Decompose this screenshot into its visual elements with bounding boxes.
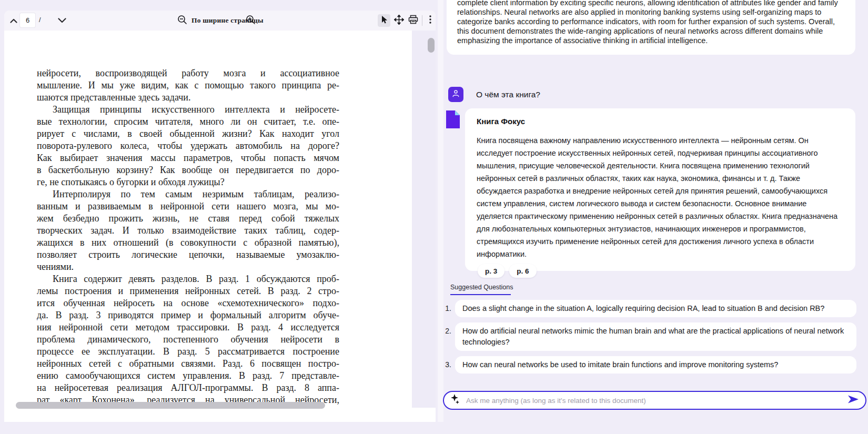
send-button[interactable] bbox=[846, 394, 860, 407]
page-ref-badge[interactable]: p. 6 bbox=[509, 264, 536, 278]
question-number: 1. bbox=[442, 300, 451, 312]
pdf-text-line: на нейросетевая реализация АЛГОЛ-програм… bbox=[37, 382, 339, 394]
avatar bbox=[448, 87, 463, 102]
kebab-menu-icon bbox=[429, 15, 431, 26]
zoom-out-button[interactable] bbox=[176, 14, 188, 27]
pdf-text-line: ится обученная нейросеть на основе «схем… bbox=[37, 297, 339, 309]
suggested-question-row: 2.How do artificial neural networks mimi… bbox=[442, 322, 856, 351]
pdf-text-line: ванным и развиваемым в нейронной сети на… bbox=[37, 200, 339, 213]
chevron-up-icon bbox=[10, 16, 17, 25]
pdf-page: нейросети, воспроизводящей работу мозга … bbox=[4, 31, 412, 408]
pdf-text-line: Как выбирает значения массы параметров, … bbox=[37, 152, 339, 164]
cursor-icon bbox=[380, 15, 388, 26]
pdf-text-line: проблема динамического, постепенного обу… bbox=[37, 334, 339, 346]
summary-card: complete client information by exciting … bbox=[447, 0, 855, 55]
pdf-text-line: Защищая принципы искусственного интеллек… bbox=[37, 104, 339, 116]
print-icon bbox=[408, 15, 418, 26]
pdf-text-line: да. В разд. 3 приводятся пример и формал… bbox=[37, 309, 339, 321]
answer-title: Книга Фокус bbox=[477, 117, 845, 126]
pdf-text-line: лемы построения и применения нейронных с… bbox=[37, 285, 339, 297]
pdf-text-line: чениями. bbox=[37, 261, 339, 273]
horizontal-scrollbar-thumb[interactable] bbox=[16, 402, 325, 409]
chevron-down-icon bbox=[58, 16, 66, 25]
chat-input[interactable] bbox=[466, 397, 846, 405]
assistant-answer-card: Книга Фокус Книга посвящена важному напр… bbox=[465, 108, 855, 271]
suggested-questions-underline bbox=[450, 294, 511, 295]
page-select-dropdown[interactable] bbox=[56, 14, 68, 27]
user-icon bbox=[451, 89, 460, 100]
pan-icon bbox=[394, 15, 404, 27]
suggested-question[interactable]: How do artificial neural networks mimic … bbox=[455, 322, 856, 351]
pdf-text-line: Книга содержит девять разделов. В разд. … bbox=[37, 273, 339, 285]
pdf-toolbar: / По ширине страницы bbox=[4, 11, 436, 31]
select-tool-button[interactable] bbox=[378, 14, 390, 27]
user-question: О чём эта книга? bbox=[476, 90, 540, 99]
sparkle-icon bbox=[450, 393, 461, 407]
page-ref-badge[interactable]: p. 3 bbox=[478, 264, 504, 278]
zoom-in-icon bbox=[246, 15, 256, 27]
send-icon bbox=[847, 394, 860, 407]
summary-text: complete client information by exciting … bbox=[457, 0, 843, 45]
pdf-text-line: в баскетбольную корзину? Как вообще он п… bbox=[37, 164, 339, 176]
document-icon bbox=[446, 110, 460, 130]
pdf-text-line: мышление. И мы уже видим, как с помощью … bbox=[37, 79, 339, 92]
suggested-question[interactable]: Does a slight change in the situation A,… bbox=[455, 300, 856, 317]
suggested-question-row: 3.How can neural networks be used to imi… bbox=[442, 356, 856, 374]
pan-tool-button[interactable] bbox=[392, 14, 405, 27]
pdf-text-line: ге, не спотыкаясь о бугорки и обходя луж… bbox=[37, 176, 339, 188]
pdf-text-line: жащихся в них отношений (в совокупности … bbox=[37, 237, 339, 249]
suggested-question-row: 1.Does a slight change in the situation … bbox=[442, 300, 856, 317]
pdf-text-line: Интерполируя по тем самым незримым табли… bbox=[37, 188, 339, 200]
pdf-gutter bbox=[412, 31, 436, 408]
zoom-out-icon bbox=[177, 15, 187, 27]
suggested-questions-list: 1.Does a slight change in the situation … bbox=[442, 300, 856, 379]
pdf-text: нейросети, воспроизводящей работу мозга … bbox=[37, 67, 339, 406]
pdf-text-line: ния нейронной сети методом трассировки. … bbox=[37, 321, 339, 334]
toolbar-divider bbox=[422, 15, 422, 26]
zoom-in-button[interactable] bbox=[244, 14, 257, 27]
vertical-scrollbar-thumb[interactable] bbox=[428, 38, 435, 53]
more-options-button[interactable] bbox=[425, 14, 436, 27]
chat-input-bar bbox=[443, 391, 866, 410]
user-message-row: О чём эта книга? bbox=[448, 87, 540, 102]
question-number: 3. bbox=[442, 356, 451, 369]
pdf-viewer-pane: / По ширине страницы bbox=[4, 11, 436, 422]
pdf-text-line: поворота-рулевого колеса, чтобы удержать… bbox=[37, 140, 339, 152]
pdf-text-line: вые технологии, спросим читателя, много … bbox=[37, 116, 339, 128]
pdf-text-line: рирует с числами, в своей обыденной жизн… bbox=[37, 128, 339, 140]
previous-page-button[interactable] bbox=[7, 14, 20, 27]
pdf-text-line: нейросети, воспроизводящей работу мозга … bbox=[37, 67, 339, 79]
suggested-questions-label: Suggested Questions bbox=[450, 284, 513, 291]
pdf-text-line: жем безбедно прожить жизнь, не ставя пер… bbox=[37, 213, 339, 225]
answer-body: Книга посвящена важному направлению иску… bbox=[477, 134, 844, 260]
pdf-text-line: позволяет строить логические цепочки, на… bbox=[37, 249, 339, 261]
page-number-input[interactable] bbox=[20, 13, 35, 27]
pdf-text-line: процессе ее эксплуатации. В разд. 5 расс… bbox=[37, 346, 339, 358]
print-button[interactable] bbox=[407, 14, 419, 27]
pdf-text-line: творческих задач. И только взаимодействи… bbox=[37, 225, 339, 237]
pdf-text-line: ению самообучающихся систем управления. … bbox=[37, 370, 339, 382]
page-count-separator: / bbox=[39, 16, 41, 24]
pdf-text-line: нейронных сетей с обратными связями. Раз… bbox=[37, 358, 339, 370]
question-number: 2. bbox=[442, 322, 451, 335]
pdf-text-line: шаются представленные здесь задачи. bbox=[37, 92, 339, 104]
suggested-question[interactable]: How can neural networks be used to imita… bbox=[455, 356, 856, 374]
page-ref-badges: p. 3p. 6 bbox=[478, 264, 537, 278]
